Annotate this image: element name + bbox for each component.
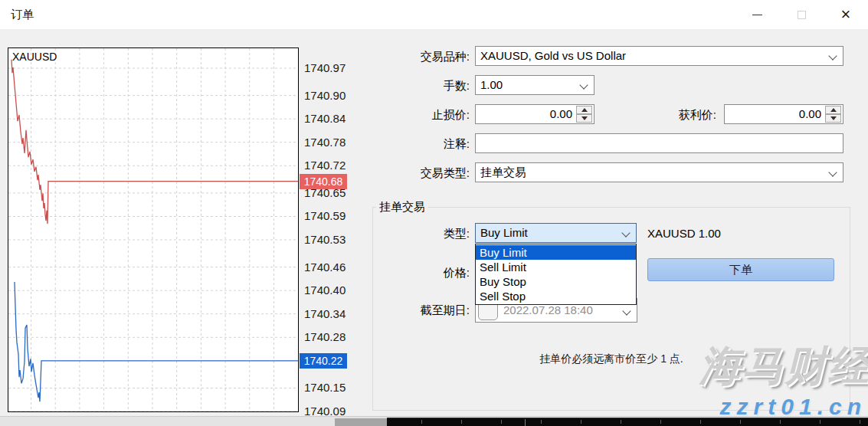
watermark-url: zzrt01.cn	[720, 394, 866, 420]
time-tick	[660, 420, 661, 424]
time-tick	[700, 420, 701, 424]
chart-symbol-label: XAUUSD	[12, 51, 57, 63]
time-tick	[581, 420, 581, 424]
time-tick	[860, 420, 860, 424]
window-controls: ×	[735, 0, 868, 29]
take-profit-spinbox[interactable]: 0.00	[724, 104, 843, 124]
price-axis-label: 1740.78	[304, 136, 350, 149]
volume-label: 手数:	[370, 79, 470, 93]
pending-type-dropdown: Buy LimitSell LimitBuy StopSell Stop	[475, 244, 637, 305]
volume-combobox[interactable]: 1.00	[475, 75, 594, 95]
price-axis-label: 1740.84	[304, 112, 350, 126]
place-order-button[interactable]: 下单	[647, 258, 834, 281]
order-summary: XAUUSD 1.00	[647, 227, 721, 240]
take-profit-spinner	[825, 106, 841, 123]
stop-loss-label: 止损价:	[370, 108, 470, 122]
price-chart: XAUUSD	[8, 48, 299, 412]
order-dialog: 订单 × XAUUSD 1740.971740.901740.841740.78…	[0, 0, 868, 426]
arrow-down-icon	[581, 116, 588, 120]
dropdown-option[interactable]: Buy Limit	[476, 245, 636, 260]
pending-type-combobox[interactable]: Buy Limit	[475, 223, 637, 243]
price-axis-label: 1740.97	[304, 61, 350, 75]
watermark-title: 海马财经	[699, 339, 868, 395]
trade-type-combobox[interactable]: 挂单交易	[475, 162, 843, 182]
close-icon: ×	[841, 6, 851, 23]
arrow-down-icon	[830, 116, 837, 120]
trade-type-value: 挂单交易	[480, 165, 526, 180]
pending-type-value: Buy Limit	[480, 226, 528, 239]
chevron-down-icon	[828, 168, 837, 176]
time-tick	[501, 420, 502, 424]
time-tick	[421, 420, 422, 424]
take-profit-label: 获利价:	[617, 108, 716, 122]
price-axis-label: 1740.72	[304, 159, 350, 172]
volume-value: 1.00	[480, 78, 503, 91]
pending-type-label: 类型:	[370, 227, 470, 241]
scrollbar-thumb[interactable]	[335, 418, 387, 426]
spin-down-button[interactable]	[576, 114, 592, 123]
price-label: 价格:	[370, 266, 470, 280]
price-axis-label: 1740.28	[304, 330, 350, 344]
expiry-label: 截至期日:	[370, 303, 470, 317]
price-axis-label: 1740.34	[304, 307, 350, 321]
symbol-combobox[interactable]: XAUUSD, Gold vs US Dollar	[475, 46, 843, 66]
pending-group-label: 挂单交易	[376, 200, 428, 215]
price-axis-label: 1740.53	[304, 233, 350, 247]
chevron-down-icon	[828, 51, 837, 60]
arrow-up-icon	[581, 108, 588, 112]
dialog-title: 订单	[11, 8, 34, 22]
time-tick	[740, 420, 741, 424]
comment-input[interactable]	[475, 133, 843, 153]
time-tick	[541, 420, 542, 424]
dropdown-option[interactable]: Sell Limit	[476, 260, 636, 274]
title-bar: 订单 ×	[0, 0, 868, 29]
spin-up-button[interactable]	[825, 106, 841, 114]
comment-label: 注释:	[370, 137, 470, 151]
symbol-label: 交易品种:	[370, 50, 470, 64]
current-price-tag: 1740.22	[300, 353, 347, 369]
price-axis-label: 1740.90	[304, 89, 350, 103]
chevron-down-icon	[622, 306, 631, 315]
chevron-down-icon	[621, 228, 630, 237]
time-tick	[780, 420, 781, 424]
price-axis-label: 1740.15	[304, 381, 350, 395]
dialog-body: XAUUSD 1740.971740.901740.841740.781740.…	[0, 29, 868, 426]
price-scale: 1740.971740.901740.841740.781740.721740.…	[300, 48, 355, 426]
arrow-up-icon	[830, 108, 837, 112]
price-axis-label: 1740.46	[304, 261, 350, 274]
minimize-icon	[752, 15, 762, 15]
expiry-value: 2022.07.28 18:40	[503, 303, 617, 316]
spin-down-button[interactable]	[825, 114, 841, 123]
symbol-value: XAUUSD, Gold vs US Dollar	[480, 49, 626, 62]
spin-up-button[interactable]	[576, 106, 592, 114]
current-price-tag: 1740.68	[300, 174, 347, 189]
stop-loss-spinbox[interactable]: 0.00	[475, 104, 594, 124]
chevron-down-icon	[579, 80, 588, 89]
stop-loss-spinner	[576, 106, 592, 123]
tick-chart-canvas	[8, 48, 298, 411]
trade-type-label: 交易类型:	[370, 166, 470, 180]
price-axis-label: 1740.40	[304, 283, 350, 297]
maximize-button[interactable]	[779, 0, 824, 29]
stop-loss-value: 0.00	[550, 107, 572, 120]
take-profit-value: 0.00	[799, 107, 821, 120]
time-tick	[820, 420, 821, 424]
price-axis-label: 1740.59	[304, 209, 350, 223]
close-button[interactable]: ×	[824, 0, 868, 29]
maximize-icon	[798, 11, 806, 19]
time-tick	[461, 420, 462, 424]
time-tick-current	[525, 419, 526, 426]
dropdown-option[interactable]: Buy Stop	[476, 274, 636, 289]
dropdown-option[interactable]: Sell Stop	[476, 289, 636, 303]
minimize-button[interactable]	[735, 0, 779, 29]
time-tick	[621, 420, 621, 424]
